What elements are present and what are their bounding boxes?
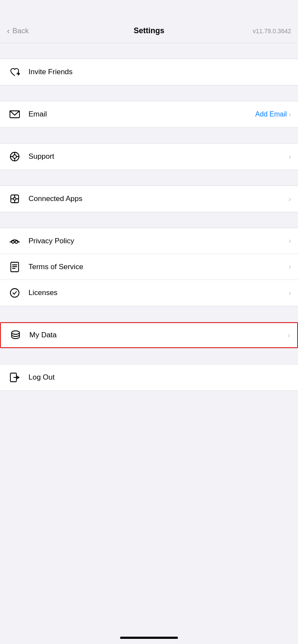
my-data-item[interactable]: My Data › [0, 322, 298, 348]
log-out-item[interactable]: Log Out [0, 364, 298, 390]
email-item[interactable]: Email Add Email › [0, 101, 298, 127]
connected-apps-chevron-icon: › [288, 195, 291, 204]
privacy-policy-item[interactable]: Privacy Policy › [0, 228, 298, 254]
svg-point-3 [13, 155, 16, 158]
spacer-2 [0, 85, 298, 101]
svg-point-23 [10, 289, 19, 297]
email-section: Email Add Email › [0, 101, 298, 128]
svg-point-24 [12, 331, 19, 334]
my-data-chevron-icon: › [288, 331, 290, 340]
status-bar [0, 0, 298, 19]
privacy-policy-label: Privacy Policy [29, 237, 288, 245]
home-indicator [120, 637, 178, 639]
spacer-7 [0, 349, 298, 364]
email-chevron-icon: › [288, 110, 291, 119]
support-label: Support [29, 152, 288, 161]
licenses-label: Licenses [29, 289, 288, 297]
support-section: Support › [0, 143, 298, 170]
my-data-wrapper: My Data › [0, 322, 298, 349]
spacer-3 [0, 128, 298, 143]
spacer-4 [0, 170, 298, 185]
terms-of-service-chevron-icon: › [288, 262, 291, 271]
add-email-action[interactable]: Add Email [255, 110, 287, 118]
back-button[interactable]: ‹ Back [7, 26, 29, 36]
connected-apps-icon [7, 191, 22, 207]
log-out-icon [7, 370, 22, 385]
version-label: v11.79.0.3642 [253, 28, 291, 35]
svg-rect-19 [11, 262, 19, 272]
support-chevron-icon: › [288, 152, 291, 161]
licenses-icon [7, 285, 22, 301]
support-item[interactable]: Support › [0, 144, 298, 170]
licenses-chevron-icon: › [288, 289, 291, 298]
licenses-item[interactable]: Licenses › [0, 280, 298, 306]
page-title: Settings [133, 26, 164, 35]
terms-of-service-icon [7, 259, 22, 275]
connected-apps-label: Connected Apps [29, 195, 288, 203]
my-data-icon [8, 327, 23, 343]
nav-header: ‹ Back Settings v11.79.0.3642 [0, 19, 298, 43]
terms-of-service-label: Terms of Service [29, 263, 288, 271]
back-chevron-icon: ‹ [7, 26, 10, 36]
privacy-policy-chevron-icon: › [288, 236, 291, 245]
privacy-policy-icon [7, 233, 22, 249]
spacer-1 [0, 43, 298, 59]
terms-of-service-item[interactable]: Terms of Service › [0, 254, 298, 280]
back-label: Back [13, 27, 29, 35]
connected-apps-section: Connected Apps › [0, 185, 298, 212]
log-out-section: Log Out [0, 364, 298, 391]
email-icon [7, 107, 22, 122]
bottom-spacer [0, 391, 298, 477]
invite-friends-item[interactable]: Invite Friends [0, 59, 298, 85]
spacer-5 [0, 212, 298, 228]
invite-friends-icon [7, 64, 22, 80]
connected-apps-item[interactable]: Connected Apps › [0, 186, 298, 212]
invite-friends-section: Invite Friends [0, 59, 298, 85]
invite-friends-label: Invite Friends [29, 68, 291, 76]
support-icon [7, 149, 22, 164]
email-label: Email [29, 110, 255, 119]
legal-section: Privacy Policy › Terms of Service › Lice… [0, 228, 298, 306]
svg-point-15 [15, 241, 18, 243]
my-data-label: My Data [29, 331, 288, 339]
spacer-6 [0, 306, 298, 322]
log-out-label: Log Out [29, 373, 291, 382]
